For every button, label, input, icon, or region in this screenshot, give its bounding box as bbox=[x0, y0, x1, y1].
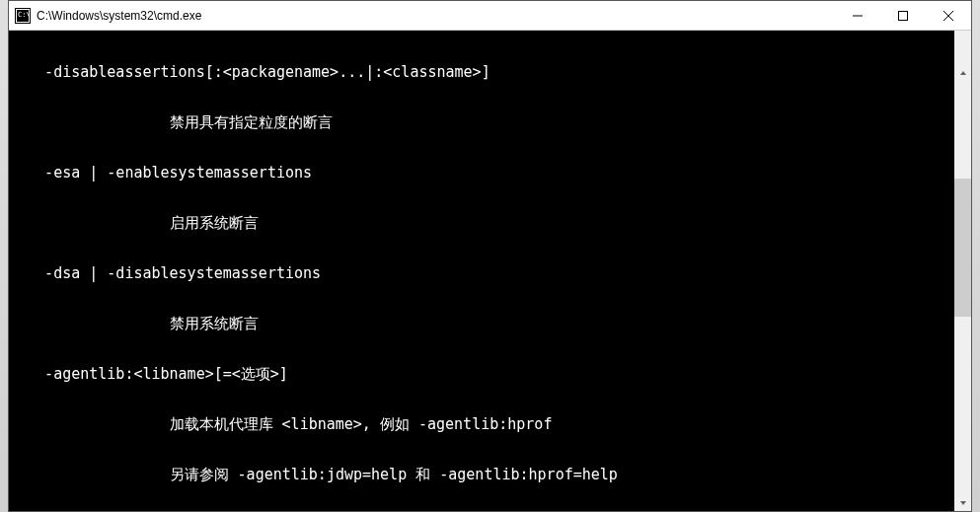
window-title: C:\Windows\system32\cmd.exe bbox=[37, 9, 835, 23]
svg-marker-9 bbox=[960, 501, 966, 505]
terminal-content[interactable]: -disableassertions[:<packagename>...|:<c… bbox=[9, 31, 954, 511]
svg-marker-8 bbox=[960, 71, 966, 75]
vertical-scrollbar[interactable] bbox=[954, 31, 971, 511]
minimize-button[interactable] bbox=[835, 1, 880, 30]
terminal-line: -esa | -enablesystemassertions bbox=[9, 165, 954, 182]
terminal-line: -agentlib:<libname>[=<选项>] bbox=[9, 366, 954, 383]
scrollbar-down-button[interactable] bbox=[954, 494, 971, 511]
terminal-line: 另请参阅 -agentlib:jdwp=help 和 -agentlib:hpr… bbox=[9, 467, 954, 483]
scrollbar-thumb[interactable] bbox=[954, 179, 971, 317]
background-right-strip bbox=[972, 0, 980, 512]
terminal-area[interactable]: -disableassertions[:<packagename>...|:<c… bbox=[9, 31, 971, 511]
svg-text:C:\: C:\ bbox=[18, 11, 31, 19]
terminal-line: 启用系统断言 bbox=[9, 215, 954, 232]
close-button[interactable] bbox=[926, 1, 971, 30]
window-titlebar[interactable]: C:\ C:\Windows\system32\cmd.exe bbox=[9, 1, 971, 31]
terminal-line: -disableassertions[:<packagename>...|:<c… bbox=[9, 64, 954, 81]
svg-rect-5 bbox=[899, 11, 908, 20]
maximize-button[interactable] bbox=[880, 1, 926, 30]
background-left-strip bbox=[0, 0, 8, 512]
scrollbar-up-button[interactable] bbox=[954, 64, 971, 81]
cmd-window: C:\ C:\Windows\system32\cmd.exe -disable… bbox=[8, 0, 972, 512]
terminal-line: 加载本机代理库 <libname>, 例如 -agentlib:hprof bbox=[9, 416, 954, 433]
terminal-line: 禁用具有指定粒度的断言 bbox=[9, 114, 954, 131]
terminal-line: -dsa | -disablesystemassertions bbox=[9, 265, 954, 282]
window-controls bbox=[835, 1, 971, 30]
cmd-icon: C:\ bbox=[15, 8, 31, 24]
terminal-line: 禁用系统断言 bbox=[9, 316, 954, 332]
